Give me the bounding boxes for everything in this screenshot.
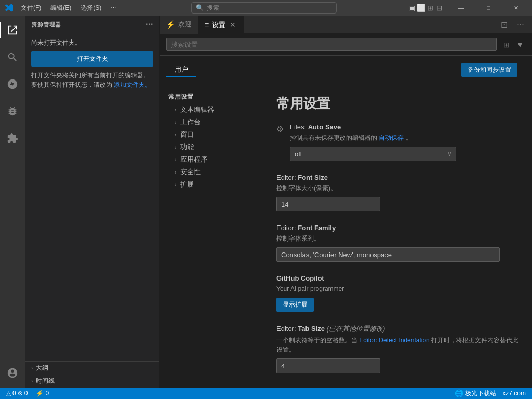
nav-arrow-icon-2: › — [175, 119, 176, 125]
setting-content-tab-size: Editor: Tab Size (已在其他位置修改) 一个制表符等于的空格数。… — [276, 324, 520, 373]
close-button[interactable]: ✕ — [504, 0, 528, 16]
gear-icon[interactable]: ⚙ — [276, 124, 284, 134]
settings-main: 常用设置 ⚙ Files: Auto Save 控制具有未保存更改的编辑器的 自… — [264, 84, 532, 388]
settings-user-tab[interactable]: 用户 — [166, 63, 196, 77]
sidebar-menu-button[interactable]: ··· — [145, 20, 153, 29]
sidebar-bottom: › 大纲 › 时间线 — [25, 361, 159, 388]
welcome-tab-icon: ⚡ — [166, 20, 175, 29]
tab-bar-actions: ⊡ ··· — [497, 17, 532, 32]
title-bar-right: ▣ ⬜ ⊞ ⊟ — □ ✕ — [408, 0, 528, 16]
activity-search[interactable] — [0, 45, 25, 70]
layout2-icon[interactable]: ⬜ — [417, 4, 424, 11]
status-bar: △ 0 ⊗ 0 ⚡ 0 🌐 极光下载站 xz7.com — [0, 388, 532, 399]
activity-extensions[interactable] — [0, 126, 25, 151]
status-right: 🌐 极光下载站 xz7.com — [453, 388, 528, 399]
layout-icon[interactable]: ▣ — [408, 4, 415, 11]
settings-tab-label: 设置 — [212, 20, 225, 30]
setting-font-size: Editor: Font Size 控制字体大小(像素)。 — [276, 174, 520, 211]
setting-content-copilot: GitHub Copilot Your AI pair programmer 显… — [276, 274, 520, 312]
setting-label-tab-size: Editor: Tab Size (已在其他位置修改) — [276, 324, 520, 334]
nav-arrow-icon-3: › — [175, 132, 176, 138]
tab-welcome[interactable]: ⚡ 欢迎 — [160, 16, 198, 34]
warning-icon: ⊗ — [18, 390, 23, 397]
setting-font-family: Editor: Font Family 控制字体系列。 — [276, 224, 520, 262]
status-url[interactable]: xz7.com — [500, 388, 528, 399]
title-search-bar[interactable]: 🔍 搜索 — [191, 2, 337, 14]
settings-tab-close[interactable]: ✕ — [229, 21, 237, 29]
activity-debug[interactable] — [0, 99, 25, 124]
setting-desc-auto-save: 控制具有未保存更改的编辑器的 自动保存 。 — [290, 133, 520, 142]
nav-item-window[interactable]: › 窗口 — [160, 128, 264, 141]
setting-label-auto-save: Files: Auto Save — [290, 123, 520, 131]
welcome-tab-label: 欢迎 — [178, 20, 192, 29]
detect-indentation-link[interactable]: Editor: Detect Indentation — [359, 337, 429, 344]
sidebar: 资源管理器 ··· 尚未打开文件夹。 打开文件夹 打开文件夹将关闭所有当前打开的… — [25, 16, 160, 388]
more-actions-button[interactable]: ··· — [513, 17, 528, 32]
tab-settings[interactable]: ≡ 设置 ✕ — [198, 16, 244, 34]
window-controls: — □ ✕ — [449, 0, 528, 16]
filter-icon[interactable]: ⊞ — [501, 39, 512, 50]
add-folder-link[interactable]: 添加文件夹。 — [114, 81, 151, 88]
sync-button[interactable]: 备份和同步设置 — [461, 63, 517, 77]
nav-item-extensions[interactable]: › 扩展 — [160, 178, 264, 191]
minimize-button[interactable]: — — [449, 0, 473, 16]
nav-arrow-icon-7: › — [175, 182, 176, 188]
notification-count: 0 — [45, 390, 49, 397]
expand-icon: › — [31, 365, 33, 371]
more-filter-icon[interactable]: ▼ — [514, 39, 526, 50]
sidebar-outline[interactable]: › 大纲 — [25, 362, 159, 375]
settings-body: 常用设置 › 文本编辑器 › 工作台 › 窗口 › 功 — [160, 84, 532, 388]
layout4-icon[interactable]: ⊟ — [436, 4, 443, 11]
nav-arrow-icon-5: › — [175, 157, 176, 163]
nav-arrow-icon: › — [175, 107, 176, 113]
auto-save-select-wrapper: off afterDelay onFocusChange onWindowCha… — [290, 147, 456, 161]
tab-size-input[interactable] — [276, 358, 380, 373]
split-editor-button[interactable]: ⊡ — [497, 17, 511, 32]
setting-label-copilot: GitHub Copilot — [276, 274, 520, 282]
activity-git[interactable] — [0, 72, 25, 97]
menu-file[interactable]: 文件(F) — [17, 3, 45, 14]
settings-search-input[interactable] — [166, 38, 497, 51]
settings-nav: 常用设置 › 文本编辑器 › 工作台 › 窗口 › 功 — [160, 84, 264, 388]
settings-area: ⊞ ▼ 用户 备份和同步设置 常用设置 › 文本编辑器 — [160, 34, 532, 388]
nav-section-common: 常用设置 — [160, 90, 264, 103]
auto-save-select[interactable]: off afterDelay onFocusChange onWindowCha… — [290, 147, 456, 161]
maximize-button[interactable]: □ — [477, 0, 500, 16]
title-bar-left: 文件(F) 编辑(E) 选择(S) ··· — [4, 3, 120, 14]
nav-item-application[interactable]: › 应用程序 — [160, 153, 264, 166]
status-brand[interactable]: 🌐 极光下载站 — [453, 388, 498, 399]
tab-bar: ⚡ 欢迎 ≡ 设置 ✕ ⊡ ··· — [160, 16, 532, 34]
layout3-icon[interactable]: ⊞ — [427, 4, 434, 11]
notification-icon: ⚡ — [36, 390, 44, 397]
setting-content-font-size: Editor: Font Size 控制字体大小(像素)。 — [276, 174, 520, 211]
main-layout: 资源管理器 ··· 尚未打开文件夹。 打开文件夹 打开文件夹将关闭所有当前打开的… — [0, 16, 532, 388]
show-extension-button[interactable]: 显示扩展 — [276, 298, 314, 312]
menu-more[interactable]: ··· — [107, 3, 120, 14]
settings-title: 常用设置 — [276, 95, 520, 113]
activity-account[interactable] — [0, 361, 25, 385]
open-folder-button[interactable]: 打开文件夹 — [31, 51, 153, 66]
auto-save-link[interactable]: 自动保存 — [379, 134, 404, 141]
setting-label-font-family: Editor: Font Family — [276, 224, 520, 232]
setting-github-copilot: GitHub Copilot Your AI pair programmer 显… — [276, 274, 520, 312]
status-errors[interactable]: △ 0 ⊗ 0 — [4, 388, 30, 399]
nav-item-workbench[interactable]: › 工作台 — [160, 116, 264, 128]
menu-edit[interactable]: 编辑(E) — [46, 3, 75, 14]
sidebar-timeline[interactable]: › 时间线 — [25, 375, 159, 388]
activity-explorer[interactable] — [0, 18, 25, 43]
setting-desc-font-size: 控制字体大小(像素)。 — [276, 183, 520, 193]
menu-select[interactable]: 选择(S) — [76, 3, 105, 14]
font-size-input[interactable] — [276, 197, 380, 211]
status-notifications[interactable]: ⚡ 0 — [34, 388, 51, 399]
setting-desc-tab-size: 一个制表符等于的空格数。当 Editor: Detect Indentation… — [276, 336, 520, 354]
nav-arrow-icon-4: › — [175, 144, 176, 150]
font-family-input[interactable] — [276, 247, 500, 262]
nav-item-features[interactable]: › 功能 — [160, 141, 264, 153]
expand-icon-2: › — [31, 378, 33, 384]
nav-item-text-editor[interactable]: › 文本编辑器 — [160, 103, 264, 116]
setting-label-font-size: Editor: Font Size — [276, 174, 520, 181]
setting-content-font-family: Editor: Font Family 控制字体系列。 — [276, 224, 520, 262]
nav-arrow-icon-6: › — [175, 169, 176, 175]
nav-item-security[interactable]: › 安全性 — [160, 166, 264, 178]
setting-desc-copilot: Your AI pair programmer — [276, 284, 520, 294]
